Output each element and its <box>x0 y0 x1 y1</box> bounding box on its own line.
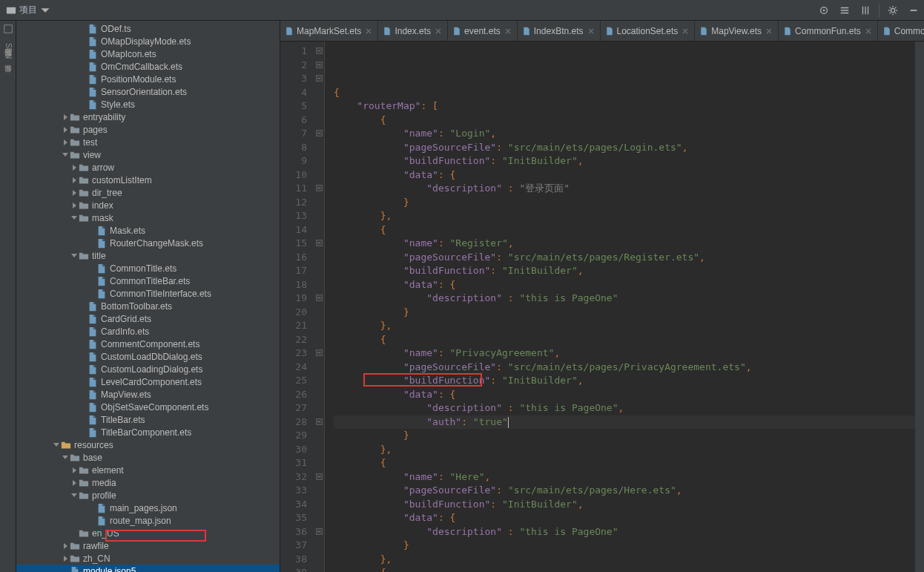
tree-item[interactable]: rawfile <box>16 539 280 552</box>
close-icon[interactable] <box>765 27 773 36</box>
tree-item[interactable]: module.json5 <box>16 565 280 572</box>
tree-item[interactable]: ObjSetSaveComponent.ets <box>16 401 280 413</box>
tree-item[interactable]: route_map.json <box>16 514 280 527</box>
tree-arrow-icon[interactable] <box>64 543 67 549</box>
tree-arrow-icon[interactable] <box>71 254 77 257</box>
code-editor[interactable]: 1234567891011121314151617181920212223242… <box>280 42 924 572</box>
tree-arrow-icon[interactable] <box>73 480 76 486</box>
tree-item[interactable]: test <box>16 136 280 148</box>
tree-item[interactable]: Mask.ets <box>16 224 280 237</box>
tree-item[interactable]: CustomLoadingDialog.ets <box>16 363 280 375</box>
fold-toggle[interactable]: − <box>316 62 323 68</box>
editor-tab[interactable]: IndexBtn.ets <box>518 21 601 41</box>
tree-item[interactable]: MapView.ets <box>16 388 280 401</box>
tree-item[interactable]: dir_tree <box>16 186 280 199</box>
rail-icon[interactable] <box>3 24 13 34</box>
tree-item[interactable]: PositionModule.ets <box>16 73 280 85</box>
tree-arrow-icon[interactable] <box>64 139 67 145</box>
tree-arrow-icon[interactable] <box>73 467 76 473</box>
tree-item[interactable]: entryability <box>16 111 280 123</box>
tree-item[interactable]: ODef.ts <box>16 22 280 35</box>
tree-item[interactable]: main_pages.json <box>16 502 280 514</box>
close-icon[interactable] <box>587 27 595 36</box>
minimize-icon[interactable] <box>903 0 924 21</box>
expand-icon[interactable] <box>834 0 855 21</box>
tree-item[interactable]: en_US <box>16 527 280 539</box>
close-icon[interactable] <box>681 27 690 36</box>
tree-item[interactable]: title <box>16 249 280 262</box>
tree-arrow-icon[interactable] <box>71 493 77 497</box>
tree-item[interactable]: OMapIcon.ets <box>16 47 280 60</box>
tree-item[interactable]: profile <box>16 489 280 502</box>
fold-toggle[interactable]: − <box>316 240 323 246</box>
tree-item[interactable]: resources <box>16 438 280 451</box>
fold-toggle[interactable]: − <box>316 528 323 535</box>
locate-icon[interactable] <box>814 0 834 21</box>
code-body[interactable]: { "routerMap": [ { "name": "Login", "pag… <box>325 42 915 572</box>
tree-item[interactable]: TitleBar.ets <box>16 413 280 426</box>
tree-item[interactable]: OmCmdCallback.ets <box>16 60 280 73</box>
project-dropdown[interactable]: 项目 <box>0 0 56 20</box>
fold-toggle[interactable]: − <box>316 130 323 137</box>
tree-item[interactable]: index <box>16 199 280 211</box>
editor-tab[interactable]: CommonFun.ets <box>779 21 878 41</box>
tree-item[interactable]: TitleBarComponent.ets <box>16 426 280 438</box>
close-icon[interactable] <box>434 27 443 36</box>
editor-tab[interactable]: Index.ets <box>378 21 448 41</box>
tree-item[interactable]: arrow <box>16 161 280 174</box>
tree-item[interactable]: Style.ets <box>16 98 280 111</box>
fold-toggle[interactable]: − <box>316 418 323 425</box>
tree-item[interactable]: mask <box>16 211 280 224</box>
tree-item[interactable]: CommentComponent.ets <box>16 338 280 350</box>
tree-arrow-icon[interactable] <box>71 216 77 220</box>
tree-label: CustomLoadingDialog.ets <box>101 364 202 375</box>
tree-item[interactable]: RouterChangeMask.ets <box>16 237 280 249</box>
tree-item[interactable]: CommonTitle.ets <box>16 262 280 275</box>
tree-arrow-icon[interactable] <box>53 443 59 447</box>
tree-item[interactable]: CardInfo.ets <box>16 325 280 338</box>
tree-item[interactable]: view <box>16 148 280 161</box>
close-icon[interactable] <box>864 27 873 36</box>
tree-item[interactable]: CommonTitleBar.ets <box>16 275 280 287</box>
tree-item[interactable]: SensorOrientation.ets <box>16 85 280 98</box>
editor-tab[interactable]: event.ets <box>448 21 518 41</box>
tree-item[interactable]: OMapDisplayMode.ets <box>16 35 280 47</box>
tree-item[interactable]: media <box>16 476 280 489</box>
tree-item[interactable]: base <box>16 451 280 464</box>
fold-toggle[interactable]: − <box>316 47 323 54</box>
fold-toggle[interactable]: − <box>316 295 323 301</box>
tree-arrow-icon[interactable] <box>64 556 67 562</box>
tree-item[interactable]: CustomLoadDbDialog.ets <box>16 350 280 363</box>
rail-item-1[interactable]: 项目文件SDN博客 <box>1 39 15 63</box>
settings-icon[interactable] <box>882 0 903 21</box>
tree-item[interactable]: pages <box>16 123 280 136</box>
tree-arrow-icon[interactable] <box>73 190 76 196</box>
tree-item[interactable]: CardGrid.ets <box>16 312 280 325</box>
editor-tab[interactable]: MapMarkSet.ets <box>280 21 378 41</box>
scrollbar-vertical[interactable] <box>915 42 924 572</box>
tree-item[interactable]: zh_CN <box>16 552 280 565</box>
fold-toggle[interactable]: − <box>316 185 323 191</box>
tree-arrow-icon[interactable] <box>73 203 76 208</box>
close-icon[interactable] <box>504 27 512 36</box>
tree-arrow-icon[interactable] <box>64 114 67 120</box>
tree-item[interactable]: LevelCardComponent.ets <box>16 375 280 388</box>
close-icon[interactable] <box>364 27 373 36</box>
tree-item[interactable]: customListItem <box>16 174 280 186</box>
tree-item[interactable]: BottomToolbar.ets <box>16 300 280 312</box>
tree-arrow-icon[interactable] <box>73 177 76 183</box>
tree-arrow-icon[interactable] <box>62 456 68 459</box>
tree-arrow-icon[interactable] <box>64 127 67 133</box>
tree-arrow-icon[interactable] <box>62 153 68 157</box>
tree-item[interactable]: CommonTitleInterface.ets <box>16 287 280 300</box>
editor-tab[interactable]: CommonRouter.ets <box>878 21 924 41</box>
collapse-icon[interactable] <box>855 0 876 21</box>
tree-label: Style.ets <box>101 99 135 110</box>
tree-item[interactable]: element <box>16 464 280 476</box>
fold-toggle[interactable]: − <box>316 349 323 356</box>
fold-toggle[interactable]: − <box>316 75 323 82</box>
editor-tab[interactable]: LocationSet.ets <box>601 21 696 41</box>
fold-toggle[interactable]: − <box>316 473 323 480</box>
tree-arrow-icon[interactable] <box>73 165 76 171</box>
editor-tab[interactable]: MapView.ets <box>695 21 779 41</box>
